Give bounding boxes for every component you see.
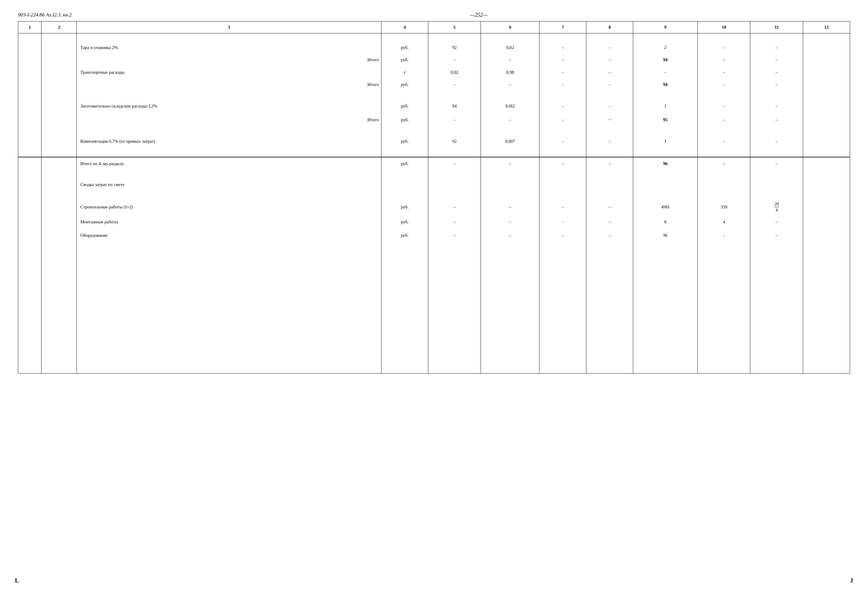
zi-c6: – [481,114,539,126]
zag-c5: 94 [428,98,481,114]
komplek-row: Комплектация 0,7% (от прямых затрат) руб… [18,133,850,150]
tara-itogo-row: Итого руб. – – – – 94 – – [18,55,850,66]
tr-c8: – [586,66,633,79]
tara-desc: Тара и упаковка 2% [77,41,381,55]
o-c9: 96 [633,229,698,242]
spacer-row-6 [18,192,850,199]
tri-desc: Итого [77,79,381,90]
s4-c11: – [750,157,803,171]
zi-desc: Итого [77,114,381,126]
corner-bottom-right: J [850,577,853,584]
o-c12 [803,229,850,242]
ti-c6: – [481,55,539,66]
spacer-final-2 [18,260,850,278]
o-c10: – [697,229,750,242]
m-desc: Монтажные работы [77,215,381,229]
zag-unit: руб. [381,98,428,114]
ti-unit: руб. [381,55,428,66]
tri-c1 [18,79,41,90]
ti-c9: 94 [633,55,698,66]
tr-c9: – [633,66,698,79]
zi-c7: – [539,114,586,126]
tara-c10: – [697,41,750,55]
k-c6: 0,007 [481,133,539,150]
str-c9: 496I [633,199,698,215]
o-c1 [18,229,41,242]
m-c5: – [428,215,481,229]
m-c9: 8 [633,215,698,229]
tr-c5: 0,02 [428,66,481,79]
str-c10: 339 [697,199,750,215]
col-header-2: 2 [41,22,77,34]
str-c11: 20 4 [750,199,803,215]
tri-unit: руб. [381,79,428,90]
tri-c11: – [750,79,803,90]
col-header-10: 10 [697,22,750,34]
zi-c9: 95 [633,114,698,126]
s4-c12 [803,157,850,171]
m-c7: – [539,215,586,229]
m-c1 [18,215,41,229]
spacer-row-1 [18,34,850,41]
zag-c9: I [633,98,698,114]
ti-c12 [803,55,850,66]
sl-c11 [750,178,803,192]
col-header-4: 4 [381,22,428,34]
k-c8: – [586,133,633,150]
zag-itogo-row: Итого руб. – – – ~ 95 – – [18,114,850,126]
tri-c10: – [697,79,750,90]
tr-c11: – [750,66,803,79]
tri-c6: – [481,79,539,90]
spacer-final-5 [18,314,850,373]
s4-c7: – [539,157,586,171]
zag-c12 [803,98,850,114]
str-c6: – [481,199,539,215]
col-header-11: 11 [750,22,803,34]
spacer-row-3 [18,126,850,133]
s4-c2 [41,157,77,171]
zi-c12 [803,114,850,126]
sl-c6 [481,178,539,192]
s4-unit: руб. [381,157,428,171]
o-c11: – [750,229,803,242]
zi-unit: руб. [381,114,428,126]
s4-c1 [18,157,41,171]
sl-c8 [586,178,633,192]
str-c8: – [586,199,633,215]
tr-c10: – [697,66,750,79]
k-c1 [18,133,41,150]
ti-c1 [18,55,41,66]
ti-c11: – [750,55,803,66]
tr-unit: т [381,66,428,79]
str-c12 [803,199,850,215]
col-header-3: 3 [77,22,381,34]
s4-c6: – [481,157,539,171]
fraction-denominator: 4 [775,207,778,212]
zi-c5: – [428,114,481,126]
section4-row: Итого по 4–му разделу руб. – – – – 96 – … [18,157,850,171]
tri-c2 [41,79,77,90]
zi-c1 [18,114,41,126]
tri-c12 [803,79,850,90]
k-c10: – [697,133,750,150]
main-table: 1 2 3 4 5 6 7 8 9 10 11 12 Тара и упаков… [18,21,850,373]
zag-desc: Заготовительно-складские расходы I,2% [77,98,381,114]
corner-bottom-left: L [15,577,19,584]
k-c11: – [750,133,803,150]
str-desc: Строительные работы (I+2) [77,199,381,215]
s4-c9: 96 [633,157,698,171]
sl-c4 [381,178,428,192]
o-c8: – [586,229,633,242]
str-c5: – [428,199,481,215]
zi-c8: ~ [586,114,633,126]
ti-c10: – [697,55,750,66]
svodka-label-row: Сводка затрат по смете [18,178,850,192]
str-unit: руб. [381,199,428,215]
col-header-8: 8 [586,22,633,34]
zi-c2 [41,114,77,126]
spacer-row-4 [18,150,850,157]
str-c7: – [539,199,586,215]
tri-c8: – [586,79,633,90]
zag-c2 [41,98,77,114]
header-row: 1 2 3 4 5 6 7 8 9 10 11 12 [18,22,850,34]
